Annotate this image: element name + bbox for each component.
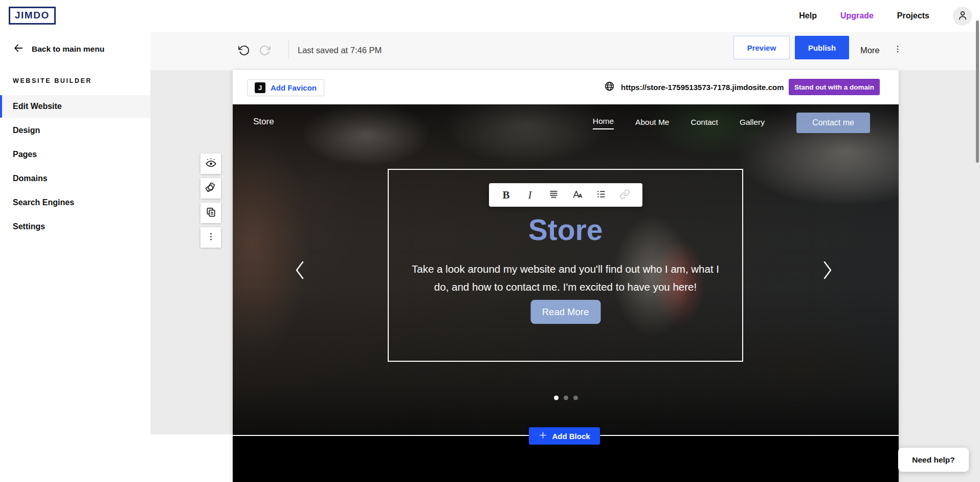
sidebar-menu: Edit Website Design Pages Domains Search… [0, 95, 150, 239]
sidebar-item-domains[interactable]: Domains [0, 167, 150, 190]
copy-icon [205, 206, 217, 220]
hero-content-block[interactable]: B I [388, 169, 743, 362]
eye-icon [205, 157, 217, 170]
font-button[interactable] [572, 189, 583, 201]
chevron-right-icon [822, 275, 833, 282]
contact-me-button[interactable]: Contact me [796, 113, 870, 133]
list-icon [596, 189, 607, 201]
hero-body-line2: do, and how to contact me. I'm excited t… [389, 278, 742, 296]
canvas-gutter [150, 434, 233, 482]
read-more-button[interactable]: Read More [530, 300, 600, 324]
kebab-icon [206, 232, 216, 243]
sidebar-item-design[interactable]: Design [0, 119, 150, 142]
carousel-dot-2[interactable] [564, 396, 568, 400]
kebab-icon [893, 45, 902, 56]
site-nav-contact[interactable]: Contact [691, 118, 718, 128]
app-header: JIMDO Help Upgrade Projects [0, 0, 980, 32]
sidebar-section-title: WEBSITE BUILDER [13, 77, 92, 84]
site-nav-about-me[interactable]: About Me [635, 118, 669, 128]
editor-toolbar: Last saved at 7:46 PM Preview Publish Mo… [150, 32, 980, 70]
favicon-placeholder-icon: J [255, 82, 265, 93]
add-favicon-label: Add Favicon [271, 83, 317, 92]
align-center-icon [548, 189, 559, 201]
block-tools [201, 154, 221, 248]
publish-button[interactable]: Publish [795, 36, 849, 59]
back-label: Back to main menu [32, 45, 104, 54]
redo-button[interactable] [259, 45, 271, 58]
block-menu-button[interactable] [201, 227, 221, 248]
plus-icon [539, 431, 547, 441]
site-nav-home[interactable]: Home [593, 117, 614, 129]
back-to-main-menu[interactable]: Back to main menu [13, 42, 104, 56]
carousel-dot-3[interactable] [573, 396, 578, 400]
sidebar-item-edit-website[interactable]: Edit Website [0, 95, 150, 118]
hero-title[interactable]: Store [389, 213, 742, 247]
jimdo-website-builder: JIMDO Help Upgrade Projects Back to main… [0, 0, 980, 482]
site-url-group: https://store-1759513573-7178.jimdosite.… [604, 70, 784, 104]
site-nav: Home About Me Contact Gallery Contact me [593, 104, 870, 141]
more-label: More [860, 46, 880, 55]
hide-block-button[interactable] [201, 154, 221, 174]
font-icon [572, 189, 583, 202]
last-saved-text: Last saved at 7:46 PM [298, 32, 382, 69]
favicon-bar: J Add Favicon https://store-1759513573-7… [233, 70, 899, 104]
add-block-button[interactable]: Add Block [529, 427, 600, 445]
bold-button[interactable]: B [501, 189, 512, 201]
need-help-button[interactable]: Need help? [898, 448, 969, 472]
carousel-dot-1[interactable] [554, 396, 559, 400]
jimdo-logo[interactable]: JIMDO [9, 7, 56, 25]
about-section-title[interactable]: About Me [233, 479, 899, 482]
projects-link[interactable]: Projects [897, 11, 929, 20]
list-button[interactable] [595, 189, 607, 201]
back-arrow-icon [13, 42, 24, 56]
user-icon [956, 9, 969, 23]
link-icon [619, 189, 630, 201]
site-logo[interactable]: Store [253, 117, 274, 127]
more-button[interactable]: More [857, 38, 905, 62]
domain-cta-button[interactable]: Stand out with a domain [789, 79, 880, 95]
preview-button[interactable]: Preview [733, 36, 790, 59]
swatches-icon [205, 182, 217, 195]
page-scrollbar-thumb[interactable] [976, 20, 979, 163]
sidebar-item-search-engines[interactable]: Search Engines [0, 191, 150, 214]
carousel-prev-button[interactable] [294, 259, 305, 282]
redo-icon [259, 50, 271, 58]
link-button[interactable] [619, 189, 630, 201]
upgrade-link[interactable]: Upgrade [840, 11, 874, 20]
toolbar-divider [288, 39, 289, 59]
text-toolbar: B I [489, 183, 642, 207]
carousel-next-button[interactable] [822, 259, 833, 282]
hero-body-line1: Take a look around my website and you'll… [389, 260, 742, 278]
duplicate-block-button[interactable] [201, 203, 221, 223]
undo-icon [238, 50, 250, 58]
carousel-dots [233, 396, 899, 400]
style-block-button[interactable] [201, 178, 221, 199]
account-avatar[interactable] [953, 7, 972, 26]
builder-sidebar: Back to main menu WEBSITE BUILDER Edit W… [0, 32, 150, 482]
italic-button[interactable]: I [524, 189, 536, 201]
add-favicon-button[interactable]: J Add Favicon [247, 79, 324, 96]
chevron-left-icon [294, 275, 305, 282]
hero-section: Store Home About Me Contact Gallery Cont… [233, 104, 899, 435]
help-link[interactable]: Help [799, 11, 817, 20]
top-nav: Help Upgrade Projects [799, 0, 972, 32]
hero-body-text[interactable]: Take a look around my website and you'll… [389, 260, 742, 296]
align-button[interactable] [548, 189, 559, 201]
site-nav-gallery[interactable]: Gallery [740, 118, 765, 128]
site-preview: J Add Favicon https://store-1759513573-7… [233, 70, 899, 482]
sidebar-item-settings[interactable]: Settings [0, 215, 150, 238]
add-block-label: Add Block [552, 432, 590, 441]
sidebar-item-pages[interactable]: Pages [0, 143, 150, 166]
site-url-link[interactable]: https://store-1759513573-7178.jimdosite.… [621, 83, 784, 92]
globe-icon [604, 81, 615, 94]
undo-button[interactable] [238, 45, 250, 58]
